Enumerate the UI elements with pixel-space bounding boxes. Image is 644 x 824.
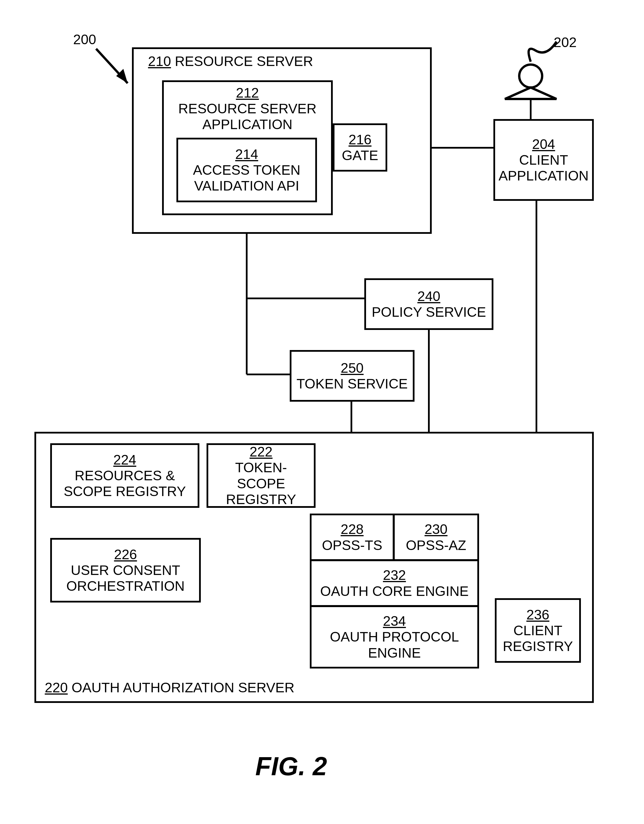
figure-number: 200: [73, 32, 96, 47]
gate-title: GATE: [342, 148, 378, 163]
clientreg-ref: 236: [526, 607, 549, 622]
policy-ref: 240: [417, 289, 440, 304]
access-token-validation: 214 ACCESS TOKEN VALIDATION API: [177, 138, 317, 202]
client-registry: 236 CLIENT REGISTRY: [495, 598, 581, 663]
consent-ref: 226: [114, 547, 137, 562]
proto-title: OAUTH PROTOCOL ENGINE: [314, 629, 475, 661]
oauth-core-engine: 232 OAUTH CORE ENGINE: [310, 560, 479, 607]
opss-ts: 228 OPSS-TS: [310, 513, 394, 561]
opssts-title: OPSS-TS: [322, 537, 383, 553]
oauth-server-ref: 220: [45, 680, 68, 695]
opss-az: 230 OPSS-AZ: [393, 513, 479, 561]
oauth-protocol-engine: 234 OAUTH PROTOCOL ENGINE: [310, 606, 479, 669]
resscope-ref: 224: [113, 452, 136, 467]
token-ref: 250: [341, 360, 363, 375]
figure-caption: FIG. 2: [255, 752, 327, 781]
opssaz-title: OPSS-AZ: [406, 537, 466, 553]
client-application: 204 CLIENT APPLICATION: [493, 119, 594, 201]
consent-title: USER CONSENT ORCHESTRATION: [55, 562, 196, 594]
user-label: 202: [553, 34, 576, 50]
user-label-text: 202: [553, 34, 576, 50]
policy-title: POLICY SERVICE: [372, 304, 486, 320]
resscope-title: RESOURCES & SCOPE REGISTRY: [55, 468, 195, 499]
clientapp-title: CLIENT APPLICATION: [498, 152, 589, 184]
gate-box: 216 GATE: [333, 123, 387, 172]
tokenscope-title: TOKEN-SCOPE REGISTRY: [211, 460, 311, 507]
clientapp-ref: 204: [532, 137, 555, 152]
core-title: OAUTH CORE ENGINE: [320, 583, 469, 599]
tokenscope-ref: 222: [250, 444, 272, 459]
resource-server-ref: 210: [148, 54, 171, 69]
svg-marker-1: [116, 69, 128, 83]
validation-title: ACCESS TOKEN VALIDATION API: [181, 162, 312, 194]
rsa-title: RESOURCE SERVER APPLICATION: [164, 101, 331, 132]
rsa-ref: 212: [236, 85, 259, 100]
token-title: TOKEN SERVICE: [297, 376, 408, 392]
svg-point-2: [519, 65, 542, 88]
figure-number-text: 200: [73, 32, 96, 47]
clientreg-title: CLIENT REGISTRY: [500, 623, 576, 654]
svg-line-0: [96, 49, 128, 83]
res-scope-registry: 224 RESOURCES & SCOPE REGISTRY: [50, 443, 199, 508]
resource-server-title: 210 RESOURCE SERVER: [148, 53, 313, 69]
resource-server-name: RESOURCE SERVER: [175, 54, 313, 69]
user-consent: 226 USER CONSENT ORCHESTRATION: [50, 538, 201, 603]
proto-ref: 234: [383, 613, 406, 629]
diagram-page: 200 202 210 RESOURCE SERVER 212 RESOURCE…: [0, 0, 644, 824]
validation-ref: 214: [235, 147, 258, 162]
opssaz-ref: 230: [424, 521, 447, 537]
opssts-ref: 228: [341, 521, 363, 537]
token-service: 250 TOKEN SERVICE: [290, 350, 415, 402]
token-scope-registry: 222 TOKEN-SCOPE REGISTRY: [206, 443, 315, 508]
oauth-server-title: 220 OAUTH AUTHORIZATION SERVER: [45, 679, 294, 695]
core-ref: 232: [383, 567, 406, 583]
policy-service: 240 POLICY SERVICE: [364, 278, 493, 330]
gate-ref: 216: [349, 132, 372, 147]
oauth-server-name: OAUTH AUTHORIZATION SERVER: [71, 680, 294, 695]
